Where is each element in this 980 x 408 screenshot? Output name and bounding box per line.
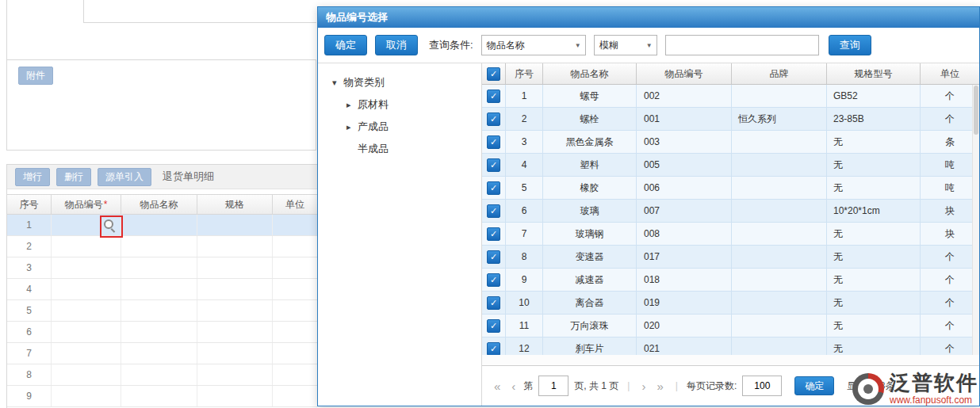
- grid-row[interactable]: ✓10离合器019无个: [482, 292, 979, 315]
- cell-brand: [732, 269, 827, 291]
- screen: 附件 增行 删行 源单引入 退货单明细 序号 物品编号* 物品名称 规格 单位 …: [0, 0, 980, 408]
- grid-row[interactable]: ✓12刹车片021无个: [482, 337, 979, 355]
- column-header-spec: 规格: [197, 195, 273, 214]
- row-checkbox[interactable]: ✓: [487, 296, 500, 310]
- table-cell: [52, 300, 121, 321]
- field-select[interactable]: 物品名称 ▼: [481, 35, 586, 55]
- row-checkbox[interactable]: ✓: [487, 90, 500, 103]
- grid-row[interactable]: ✓5橡胶006无吨: [482, 177, 979, 200]
- table-row[interactable]: 9: [7, 386, 317, 407]
- row-checkbox[interactable]: ✓: [487, 227, 500, 241]
- column-header-brand: 品牌: [732, 63, 827, 84]
- item-select-dialog: 物品编号选择 确定 取消 查询条件: 物品名称 ▼ 模糊 ▼ 查询 ▾ 物资类别: [317, 6, 980, 406]
- row-checkbox[interactable]: ✓: [487, 204, 500, 218]
- cell-name: 减速器: [543, 269, 637, 291]
- cell-no: 7: [506, 223, 543, 245]
- table-cell: [273, 257, 317, 278]
- first-page-icon[interactable]: «: [494, 379, 500, 393]
- grid-row[interactable]: ✓2螺栓001恒久系列23-85B个: [482, 108, 979, 131]
- cancel-button[interactable]: 取消: [375, 35, 418, 55]
- dialog-titlebar[interactable]: 物品编号选择: [318, 7, 979, 28]
- column-header-unit: 单位: [921, 63, 979, 84]
- per-page-input[interactable]: [742, 376, 782, 396]
- cell-code: 008: [637, 223, 732, 245]
- query-button[interactable]: 查询: [829, 35, 871, 55]
- last-page-icon[interactable]: »: [657, 379, 663, 393]
- table-cell: [121, 236, 197, 257]
- table-row[interactable]: 1: [7, 215, 317, 236]
- grid-row[interactable]: ✓4塑料005无吨: [482, 154, 979, 177]
- prev-page-icon[interactable]: ‹: [511, 379, 515, 393]
- row-checkbox[interactable]: ✓: [487, 158, 500, 172]
- required-mark: *: [104, 199, 108, 210]
- grid-row[interactable]: ✓1螺母002GB52个: [482, 85, 979, 108]
- table-row[interactable]: 6: [7, 322, 317, 343]
- row-checkbox[interactable]: ✓: [487, 250, 500, 264]
- cell-name: 玻璃钢: [543, 223, 637, 245]
- cell-name: 螺母: [543, 85, 637, 107]
- row-checkbox[interactable]: ✓: [487, 273, 500, 287]
- cell-name: 变速器: [543, 246, 637, 268]
- source-import-button[interactable]: 源单引入: [98, 168, 151, 186]
- cell-name: 离合器: [543, 292, 637, 314]
- confirm-button[interactable]: 确定: [324, 35, 367, 55]
- row-checkbox[interactable]: ✓: [487, 342, 500, 356]
- cell-brand: [732, 177, 827, 199]
- grid-row[interactable]: ✓6玻璃00710*20*1cm块: [482, 200, 979, 223]
- delete-row-button[interactable]: 删行: [56, 168, 91, 186]
- scrollbar-thumb[interactable]: [974, 86, 978, 135]
- match-mode-select[interactable]: 模糊 ▼: [594, 35, 657, 55]
- add-row-button[interactable]: 增行: [15, 168, 50, 186]
- grid-row[interactable]: ✓3黑色金属条003无条: [482, 131, 979, 154]
- fanpu-logo-icon: [852, 373, 884, 405]
- attachment-button[interactable]: 附件: [18, 67, 53, 85]
- search-input[interactable]: [665, 35, 819, 55]
- triangle-down-icon[interactable]: ▾: [332, 78, 343, 88]
- table-row[interactable]: 3: [7, 257, 317, 279]
- grid-row[interactable]: ✓11万向滚珠020无个: [482, 315, 979, 337]
- row-checkbox[interactable]: ✓: [487, 319, 500, 333]
- grid-row[interactable]: ✓9减速器018无个: [482, 269, 979, 292]
- row-checkbox[interactable]: ✓: [487, 112, 500, 126]
- cell-no: 2: [506, 108, 543, 130]
- separator: |: [676, 380, 678, 391]
- grid-row[interactable]: ✓7玻璃钢008无块: [482, 223, 979, 246]
- pager-confirm-button[interactable]: 确定: [794, 376, 834, 395]
- table-row[interactable]: 7: [7, 343, 317, 364]
- table-row[interactable]: 5: [7, 300, 317, 322]
- tree-node-finished-product[interactable]: ▸ 产成品: [318, 116, 481, 138]
- table-row[interactable]: 8: [7, 364, 317, 386]
- table-cell: [197, 236, 273, 257]
- cell-unit: 个: [921, 246, 979, 268]
- highlight-box: [100, 215, 123, 238]
- attachment-section: 附件: [6, 59, 316, 151]
- tree-node-material-category[interactable]: ▾ 物资类别: [318, 71, 481, 93]
- grid-header: ✓ 序号 物品名称 物品编号 品牌 规格型号 单位: [482, 63, 979, 85]
- cell-no: 3: [506, 131, 543, 153]
- table-cell: [273, 236, 317, 257]
- table-cell: [273, 279, 317, 299]
- tree-node-raw-material[interactable]: ▸ 原材料: [318, 93, 481, 116]
- triangle-right-icon[interactable]: ▸: [346, 100, 358, 110]
- check-icon: ✓: [490, 275, 497, 284]
- table-cell: [52, 364, 121, 385]
- cell-no: 10: [506, 292, 543, 314]
- table-cell: [52, 257, 121, 278]
- table-row[interactable]: 4: [7, 279, 317, 300]
- table-row[interactable]: 2: [7, 236, 317, 257]
- row-checkbox[interactable]: ✓: [487, 135, 500, 149]
- page-input[interactable]: [538, 376, 568, 396]
- grid-row[interactable]: ✓8变速器017无个: [482, 246, 979, 269]
- tree-node-semi-finished[interactable]: 半成品: [318, 138, 481, 160]
- cell-brand: [732, 131, 827, 153]
- select-all-checkbox[interactable]: ✓: [487, 67, 500, 81]
- cell-code: 017: [637, 246, 732, 268]
- cell-name: 橡胶: [543, 177, 637, 199]
- table-cell: [52, 343, 121, 364]
- row-checkbox[interactable]: ✓: [487, 181, 500, 195]
- table-cell: [197, 364, 273, 385]
- table-cell: [121, 300, 197, 321]
- next-page-icon[interactable]: ›: [641, 379, 645, 393]
- triangle-right-icon[interactable]: ▸: [346, 122, 358, 132]
- vertical-scrollbar[interactable]: [972, 85, 979, 355]
